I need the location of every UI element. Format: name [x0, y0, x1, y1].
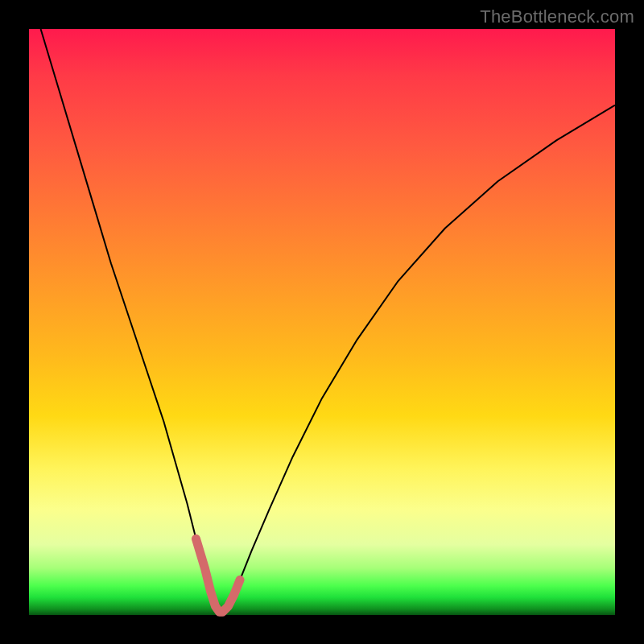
curve-layer: [29, 29, 615, 615]
highlight-valley: [196, 539, 240, 612]
chart-frame: TheBottleneck.com: [0, 0, 644, 644]
bottleneck-curve: [41, 29, 615, 612]
watermark-text: TheBottleneck.com: [480, 6, 634, 27]
plot-area: [29, 29, 615, 615]
